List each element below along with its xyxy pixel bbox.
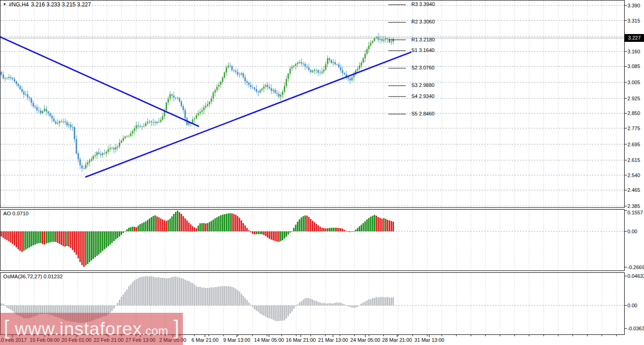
current-price-text: 3.227 xyxy=(628,35,641,40)
chart-canvas[interactable] xyxy=(0,0,644,345)
chart-title: ▼ #NG,H4 3.216 3.233 3.215 3.227 xyxy=(3,1,91,8)
level-label-r3: R3 3.3940 xyxy=(411,1,435,7)
time-axis-label: 10 Feb 2017 xyxy=(0,337,27,343)
time-axis-label: 15 Feb 09:00 xyxy=(30,337,60,343)
mt4-chart-window: ▼ #NG,H4 3.216 3.233 3.215 3.227 AO 0.07… xyxy=(0,0,644,345)
price-axis-label: 2.540 xyxy=(627,172,640,178)
panel-border xyxy=(0,0,625,208)
time-axis-label: 28 Mar 21:00 xyxy=(382,337,412,343)
time-axis-label: 27 Feb 13:00 xyxy=(126,337,156,343)
level-label-s1: S1 3.1640 xyxy=(411,47,434,53)
time-axis-label: 6 Mar 21:00 xyxy=(192,337,219,343)
ao-axis-label: 0.00 xyxy=(627,229,637,234)
ao-histogram-down xyxy=(1,212,394,267)
osma-value: 0.01232 xyxy=(44,274,63,279)
symbol-dropdown-icon[interactable]: ▼ xyxy=(3,3,6,6)
osma-axis-label: 0.04633 xyxy=(627,273,644,279)
osma-name: OsMA(36,72,27) xyxy=(3,274,42,279)
ascending-trendline[interactable] xyxy=(85,52,411,177)
ao-name: AO xyxy=(3,211,11,216)
price-axis-label: 3.315 xyxy=(627,18,640,23)
level-label-s3: S3 2.9880 xyxy=(411,82,434,88)
price-axis-label: 2.465 xyxy=(627,187,640,193)
time-axis-label: 14 Mar 05:00 xyxy=(254,337,284,343)
ao-indicator-label: AO 0.0710 xyxy=(3,211,29,216)
time-axis-label: 2 Mar 05:00 xyxy=(159,337,187,343)
candles-up xyxy=(6,35,394,170)
candles-down xyxy=(1,33,391,172)
osma-histogram xyxy=(1,276,394,323)
time-axis-label: 9 Mar 13:00 xyxy=(223,337,251,343)
current-price-badge: 3.227 xyxy=(625,34,644,42)
level-label-s5: S5 2.8460 xyxy=(411,111,434,116)
time-axis-label: 20 Feb 01:00 xyxy=(62,337,92,343)
time-axis-label: 21 Mar 13:00 xyxy=(318,337,348,343)
ohlc-values-label: 3.216 3.233 3.215 3.227 xyxy=(31,1,91,8)
ao-value: 0.0710 xyxy=(12,211,29,216)
osma-indicator-label: OsMA(36,72,27) 0.01232 xyxy=(3,274,63,279)
time-axis-label: 24 Mar 05:00 xyxy=(351,337,381,343)
price-axis-label: 2.385 xyxy=(627,203,640,209)
descending-trendline[interactable] xyxy=(0,37,199,126)
price-axis-label: 3.390 xyxy=(627,3,640,8)
time-axis-label: 16 Mar 21:00 xyxy=(286,337,316,343)
osma-axis-label: -0.03637 xyxy=(627,326,644,331)
level-label-s4: S4 2.9340 xyxy=(411,93,434,99)
price-axis-label: 2.850 xyxy=(627,110,640,116)
ao-histogram-up xyxy=(23,211,385,265)
price-axis-label: 2.695 xyxy=(627,142,640,147)
price-axis-label: 3.005 xyxy=(627,80,640,85)
price-axis-label: 2.925 xyxy=(627,96,640,101)
level-label-s2: S2 3.0760 xyxy=(411,65,434,70)
ao-axis-label: 0.1557 xyxy=(627,210,643,215)
level-label-r2: R2 3.3060 xyxy=(411,19,435,24)
ao-axis-label: -0.2669 xyxy=(627,264,644,270)
time-axis-label: 22 Feb 21:00 xyxy=(94,337,124,343)
price-axis-label: 2.615 xyxy=(627,157,640,163)
time-axis-label: 31 Mar 13:00 xyxy=(415,337,445,343)
osma-axis-label: 0.00 xyxy=(627,303,637,308)
symbol-period-label: #NG,H4 xyxy=(9,1,29,8)
price-axis-label: 3.160 xyxy=(627,49,640,54)
price-axis-label: 2.775 xyxy=(627,126,640,131)
price-axis-label: 3.085 xyxy=(627,63,640,69)
level-label-r1: R1 3.2180 xyxy=(411,37,435,42)
